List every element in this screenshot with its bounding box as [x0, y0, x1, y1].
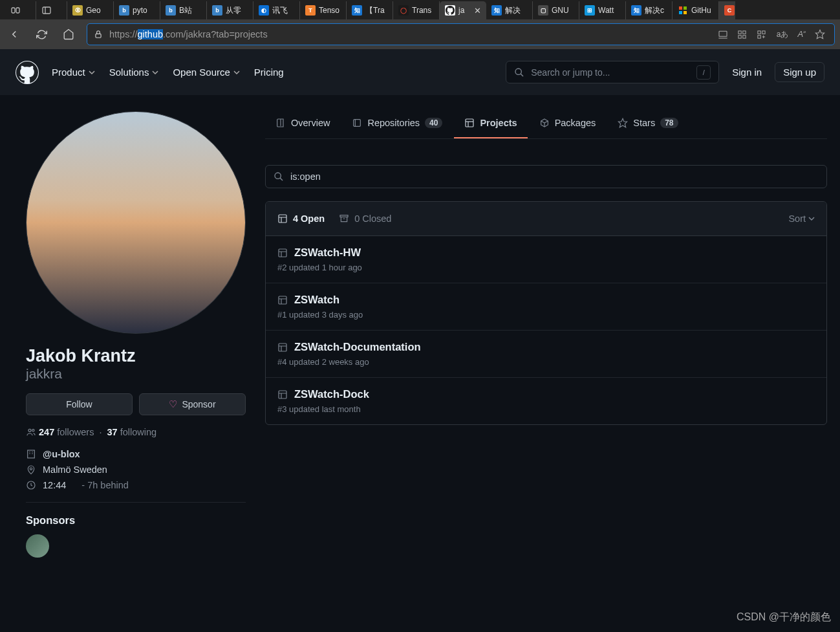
- browser-tab[interactable]: ▢GNU: [533, 1, 579, 19]
- project-item[interactable]: ZSWatch-HW#2 updated 1 hour ago: [266, 236, 826, 283]
- tab-stars[interactable]: Stars78: [607, 111, 688, 138]
- org-icon: [26, 449, 36, 459]
- browser-tab[interactable]: 知【Tra: [347, 1, 393, 19]
- chevron-down-icon: [233, 69, 240, 76]
- search-box[interactable]: Search or jump to... /: [506, 61, 719, 83]
- svg-rect-31: [354, 120, 361, 127]
- browser-tab[interactable]: [5, 1, 36, 19]
- search-icon: [274, 171, 284, 182]
- browser-tab-active[interactable]: ja✕: [440, 1, 486, 19]
- favicon: ▢: [538, 5, 548, 16]
- filter-input[interactable]: [290, 171, 819, 182]
- svg-point-22: [32, 430, 34, 431]
- browser-tab[interactable]: ⊞Watt: [579, 1, 626, 19]
- svg-rect-23: [28, 450, 35, 458]
- svg-marker-36: [619, 118, 627, 127]
- browser-tab[interactable]: bpyto: [114, 1, 160, 19]
- sponsor-button[interactable]: ♡Sponsor: [139, 393, 246, 415]
- main-nav: Product Solutions Open Source Pricing: [52, 67, 284, 78]
- social-stats: 247 followers · 37 following: [26, 427, 246, 437]
- back-button[interactable]: [5, 25, 23, 43]
- org-row: @u-blox: [26, 449, 246, 459]
- browser-tab[interactable]: ◯Trans: [393, 1, 440, 19]
- address-bar[interactable]: https://github.com/jakkra?tab=projects a…: [87, 23, 835, 45]
- project-item[interactable]: ZSWatch#1 updated 3 days ago: [266, 283, 826, 330]
- favicon: T: [305, 5, 316, 16]
- project-title: ZSWatch-Documentation: [294, 341, 421, 353]
- project-icon: [277, 213, 288, 224]
- browser-tab[interactable]: TTenso: [300, 1, 347, 19]
- nav-opensource[interactable]: Open Source: [173, 67, 239, 78]
- project-item[interactable]: ZSWatch-Documentation#4 updated 2 weeks …: [266, 330, 826, 377]
- svg-rect-16: [762, 30, 765, 33]
- browser-tab[interactable]: bB站: [160, 1, 207, 19]
- browser-tab[interactable]: ⦿Geo: [67, 1, 114, 19]
- browser-tab[interactable]: 知解决c: [626, 1, 673, 19]
- svg-point-37: [275, 173, 281, 179]
- svg-rect-5: [684, 6, 687, 10]
- favorite-icon[interactable]: [815, 29, 828, 39]
- project-meta: #3 updated last month: [277, 404, 815, 414]
- nav-product[interactable]: Product: [52, 67, 95, 78]
- tab-repositories[interactable]: Repositories40: [341, 111, 453, 138]
- tab-overview[interactable]: Overview: [265, 111, 340, 138]
- closed-filter[interactable]: 0 Closed: [339, 213, 391, 224]
- project-meta: #2 updated 1 hour ago: [277, 263, 815, 272]
- sponsor-avatar[interactable]: [26, 534, 49, 558]
- browser-tab[interactable]: GitHu: [673, 1, 719, 19]
- profile-sidebar: Jakob Krantz jakkra Follow ♡Sponsor 247 …: [26, 111, 246, 558]
- favicon: 知: [352, 5, 362, 16]
- project-title: ZSWatch: [294, 294, 339, 306]
- clock-icon: [26, 480, 36, 490]
- svg-point-28: [30, 468, 32, 470]
- signin-link[interactable]: Sign in: [732, 67, 762, 78]
- watermark: CSDN @干净的颜色: [737, 611, 831, 624]
- avatar[interactable]: [26, 111, 246, 334]
- slash-key: /: [696, 65, 711, 80]
- search-placeholder: Search or jump to...: [531, 67, 610, 78]
- refresh-button[interactable]: [32, 25, 50, 43]
- favicon: 知: [491, 5, 502, 16]
- open-filter[interactable]: 4 Open: [277, 213, 325, 224]
- tab-strip: ⦿Geo bpyto bB站 b从零 ◐讯飞 TTenso 知【Tra ◯Tra…: [0, 0, 840, 19]
- nav-pricing[interactable]: Pricing: [254, 67, 284, 78]
- project-filter[interactable]: [265, 165, 827, 188]
- favicon: ◐: [259, 5, 269, 16]
- screen-icon[interactable]: [718, 29, 731, 39]
- heart-icon: ♡: [169, 398, 177, 410]
- browser-tab[interactable]: C: [719, 1, 735, 19]
- close-icon[interactable]: ✕: [474, 6, 481, 16]
- favicon: 知: [631, 5, 641, 16]
- time-row: 12:44 - 7h behind: [26, 480, 246, 490]
- github-icon: [445, 5, 455, 16]
- signup-button[interactable]: Sign up: [775, 62, 824, 82]
- tab-packages[interactable]: Packages: [529, 111, 607, 138]
- svg-rect-15: [758, 30, 760, 33]
- addext-icon[interactable]: [757, 30, 770, 39]
- lock-icon: [94, 30, 103, 39]
- nav-solutions[interactable]: Solutions: [109, 67, 159, 78]
- home-button[interactable]: [59, 25, 78, 43]
- favicon: ⦿: [72, 5, 83, 16]
- github-logo[interactable]: [16, 61, 39, 84]
- follow-button[interactable]: Follow: [26, 393, 133, 415]
- svg-rect-46: [279, 296, 286, 304]
- archive-icon: [339, 213, 349, 224]
- tab-projects[interactable]: Projects: [454, 111, 527, 138]
- favicon: ◯: [398, 5, 409, 16]
- reader-icon[interactable]: A»: [795, 29, 808, 39]
- browser-tab[interactable]: 知解决: [486, 1, 533, 19]
- github-header: Product Solutions Open Source Pricing Se…: [0, 49, 840, 96]
- browser-tab[interactable]: ◐讯飞: [253, 1, 300, 19]
- sort-dropdown[interactable]: Sort: [788, 213, 815, 224]
- project-item[interactable]: ZSWatch-Dock#3 updated last month: [266, 377, 826, 424]
- browser-tab[interactable]: b从零: [207, 1, 253, 19]
- browser-nav-bar: https://github.com/jakkra?tab=projects a…: [0, 19, 840, 49]
- translate-icon[interactable]: aあ: [776, 29, 789, 40]
- browser-tab[interactable]: [36, 1, 67, 19]
- svg-rect-8: [96, 34, 101, 38]
- profile-tabs: Overview Repositories40 Projects Package…: [265, 111, 827, 139]
- apps-icon[interactable]: [737, 30, 750, 39]
- svg-rect-9: [719, 31, 727, 36]
- projects-header: 4 Open 0 Closed Sort: [266, 202, 826, 236]
